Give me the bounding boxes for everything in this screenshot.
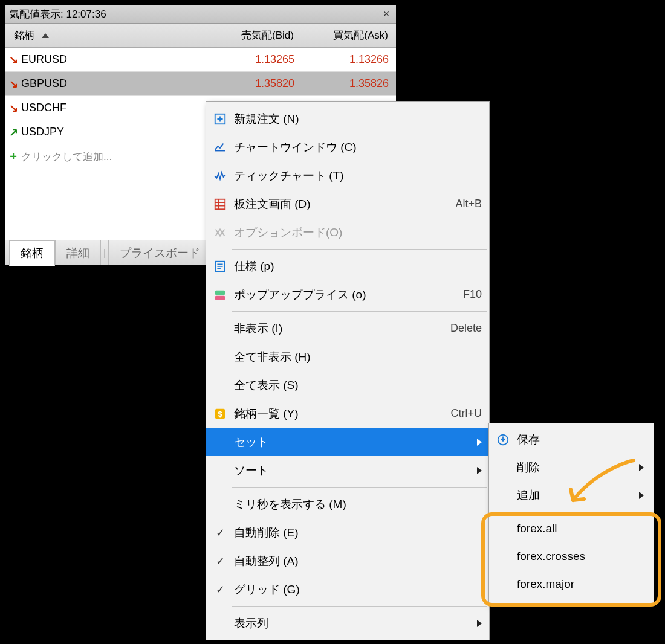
menu-item-label: 削除 xyxy=(517,460,639,475)
sort-asc-icon xyxy=(42,33,49,38)
menu-item-label: 全て非表示 (H) xyxy=(234,349,482,365)
menu-auto-delete[interactable]: ✓ 自動削除 (E) xyxy=(206,518,489,547)
col-header-symbol[interactable]: 銘柄 xyxy=(14,28,34,42)
menu-item-label: グリッド (G) xyxy=(234,582,482,597)
popup-prices-icon xyxy=(206,288,234,301)
add-symbol-label: クリックして追加... xyxy=(21,150,112,164)
submenu-arrow-icon xyxy=(477,439,482,446)
menu-separator xyxy=(232,487,487,488)
menu-auto-arrange[interactable]: ✓ 自動整列 (A) xyxy=(206,547,489,575)
tab-details[interactable]: 詳細 xyxy=(55,240,101,265)
menu-item-shortcut: Ctrl+U xyxy=(450,407,482,420)
menu-item-label: オプションボード(O) xyxy=(234,225,482,240)
symbol-name: USDJPY xyxy=(21,126,221,138)
save-icon xyxy=(489,433,517,446)
check-icon: ✓ xyxy=(216,583,225,596)
menu-separator xyxy=(232,606,487,607)
col-header-bid[interactable]: 売気配(Bid) xyxy=(220,28,300,42)
menu-item-label: 新規注文 (N) xyxy=(234,111,482,127)
menu-item-label: 自動整列 (A) xyxy=(234,553,482,569)
dom-icon xyxy=(206,198,234,211)
menu-item-label: 追加 xyxy=(517,488,639,503)
table-row[interactable]: ↘ GBPUSD 1.35820 1.35826 xyxy=(5,72,396,96)
table-row[interactable]: ↘ EURUSD 1.13265 1.13266 xyxy=(5,48,396,72)
menu-new-order[interactable]: 新規注文 (N) xyxy=(206,105,489,133)
tick-chart-icon xyxy=(206,169,234,182)
bid-price: 1.13265 xyxy=(221,53,300,66)
menu-tick-chart[interactable]: ティックチャート (T) xyxy=(206,161,489,190)
submenu-arrow-icon xyxy=(477,467,482,474)
menu-item-label: 板注文画面 (D) xyxy=(234,196,455,212)
ask-price: 1.35826 xyxy=(300,77,396,90)
menu-item-label: forex.crosses xyxy=(517,550,644,563)
menu-show-all[interactable]: 全て表示 (S) xyxy=(206,371,489,399)
close-icon[interactable]: × xyxy=(380,8,392,21)
menu-item-label: forex.major xyxy=(517,578,644,591)
submenu-add[interactable]: 追加 xyxy=(489,481,654,509)
menu-sets[interactable]: セット xyxy=(206,428,489,456)
menu-item-shortcut: Delete xyxy=(450,322,482,335)
menu-item-label: ティックチャート (T) xyxy=(234,168,482,184)
options-board-icon xyxy=(206,226,234,239)
menu-separator xyxy=(514,512,649,512)
svg-rect-1 xyxy=(215,199,225,209)
submenu-arrow-icon xyxy=(639,464,644,471)
check-icon: ✓ xyxy=(216,555,225,568)
check-icon: ✓ xyxy=(216,526,225,539)
symbol-name: USDCHF xyxy=(21,101,221,114)
submenu-arrow-icon xyxy=(639,492,644,499)
menu-item-label: forex.all xyxy=(517,522,644,535)
menu-specification[interactable]: 仕様 (p) xyxy=(206,252,489,280)
chart-window-icon xyxy=(206,141,234,154)
tab-symbols[interactable]: 銘柄 xyxy=(9,240,55,266)
menu-hide[interactable]: 非表示 (I) Delete xyxy=(206,314,489,343)
plus-icon: + xyxy=(5,150,21,164)
menu-columns[interactable]: 表示列 xyxy=(206,609,489,637)
tab-priceboard[interactable]: プライスボード xyxy=(108,240,212,265)
symbols-list-icon: $ xyxy=(206,407,234,420)
menu-item-label: チャートウインドウ (C) xyxy=(234,140,482,155)
menu-item-label: 保存 xyxy=(517,432,644,448)
submenu-set-item[interactable]: forex.all xyxy=(489,515,654,543)
menu-item-label: ポップアッププライス (o) xyxy=(234,287,463,303)
symbol-name: EURUSD xyxy=(21,53,221,66)
col-header-ask[interactable]: 買気配(Ask) xyxy=(300,28,395,42)
submenu-set-item[interactable]: forex.crosses xyxy=(489,543,654,570)
menu-symbols-list[interactable]: $ 銘柄一覧 (Y) Ctrl+U xyxy=(206,399,489,428)
submenu-arrow-icon xyxy=(477,620,482,627)
svg-text:$: $ xyxy=(218,409,222,418)
menu-item-label: 表示列 xyxy=(234,616,477,631)
specification-icon xyxy=(206,260,234,273)
bid-price: 1.35820 xyxy=(221,77,300,90)
grid-header[interactable]: 銘柄 売気配(Bid) 買気配(Ask) xyxy=(5,24,396,48)
menu-item-label: 非表示 (I) xyxy=(234,321,450,336)
menu-item-label: 銘柄一覧 (Y) xyxy=(234,406,450,422)
arrow-down-icon: ↘ xyxy=(5,77,21,91)
ask-price: 1.13266 xyxy=(300,53,396,66)
menu-popup-prices[interactable]: ポップアッププライス (o) F10 xyxy=(206,280,489,309)
submenu-set-item[interactable]: forex.major xyxy=(489,570,654,598)
menu-hide-all[interactable]: 全て非表示 (H) xyxy=(206,343,489,371)
arrow-down-icon: ↘ xyxy=(5,101,21,115)
menu-item-label: ミリ秒を表示する (M) xyxy=(234,497,482,512)
panel-titlebar[interactable]: 気配値表示: 12:07:36 × xyxy=(5,5,396,24)
menu-item-label: セット xyxy=(234,434,477,450)
svg-rect-3 xyxy=(215,290,225,294)
submenu-delete[interactable]: 削除 xyxy=(489,454,654,481)
menu-depth-of-market[interactable]: 板注文画面 (D) Alt+B xyxy=(206,190,489,218)
arrow-down-icon: ↘ xyxy=(5,53,21,66)
menu-grid[interactable]: ✓ グリッド (G) xyxy=(206,575,489,604)
menu-chart-window[interactable]: チャートウインドウ (C) xyxy=(206,133,489,161)
menu-sort[interactable]: ソート xyxy=(206,456,489,485)
menu-item-label: 自動削除 (E) xyxy=(234,525,482,541)
submenu-save[interactable]: 保存 xyxy=(489,426,654,454)
menu-separator xyxy=(232,311,487,312)
tab-separator: | xyxy=(101,240,108,265)
menu-options-board: オプションボード(O) xyxy=(206,218,489,246)
menu-show-millis[interactable]: ミリ秒を表示する (M) xyxy=(206,490,489,518)
arrow-up-icon: ↗ xyxy=(5,126,21,139)
panel-title: 気配値表示: 12:07:36 xyxy=(9,7,106,21)
menu-item-shortcut: F10 xyxy=(463,288,482,301)
menu-item-label: 仕様 (p) xyxy=(234,259,482,274)
context-menu: 新規注文 (N) チャートウインドウ (C) ティックチャート (T) 板注文画… xyxy=(206,101,490,640)
